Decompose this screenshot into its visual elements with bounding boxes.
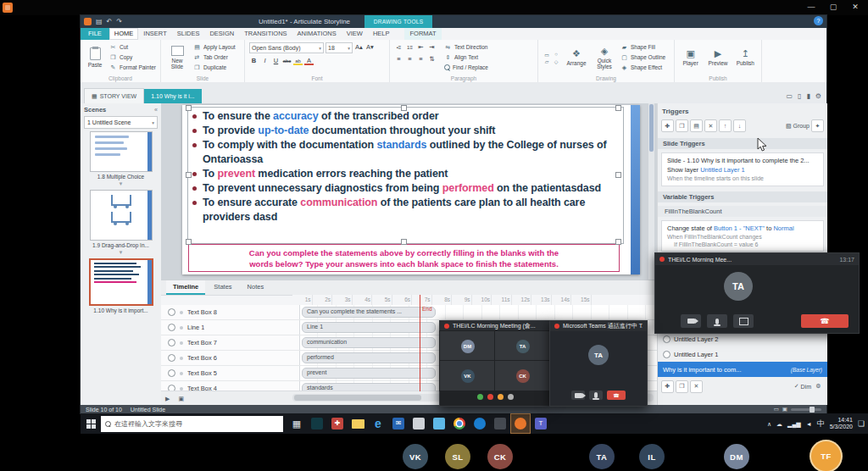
eye-icon[interactable] bbox=[168, 324, 175, 331]
font-family-select[interactable]: Open Sans (Body)▾ bbox=[249, 42, 324, 53]
recorder-app-icon[interactable] bbox=[3, 3, 13, 13]
task-view-icon[interactable]: ▦ bbox=[287, 413, 307, 434]
tab-notes[interactable]: Notes bbox=[241, 280, 271, 295]
selection-handle[interactable] bbox=[401, 239, 407, 245]
align-left-button[interactable]: ≡ bbox=[394, 54, 403, 64]
apply-layout-button[interactable]: ▤Apply Layout bbox=[193, 42, 236, 52]
participant-ck[interactable]: CK bbox=[487, 444, 513, 469]
tab-slides[interactable]: SLIDES bbox=[172, 28, 205, 40]
participant-dm[interactable]: DM bbox=[724, 444, 749, 469]
tab-insert[interactable]: INSERT bbox=[138, 28, 171, 40]
tab-order-button[interactable]: ⇄Tab Order bbox=[193, 53, 236, 62]
gear-icon[interactable]: ⚙ bbox=[815, 92, 821, 100]
trigger-toolbar-button[interactable]: ▤ bbox=[690, 119, 703, 132]
video-tile[interactable]: VK bbox=[440, 361, 495, 391]
trigger-toolbar-button[interactable]: ✚ bbox=[661, 119, 674, 132]
timeline-row[interactable]: Text Box 8 Can you complete the statemen… bbox=[161, 305, 657, 320]
bullet-text-box[interactable]: To ensure the accuracy of the transcribe… bbox=[188, 108, 623, 243]
timeline-bar[interactable]: Can you complete the statements ... bbox=[302, 307, 436, 318]
trigger-card[interactable]: Slide - 1.10 Why is it important to comp… bbox=[661, 152, 824, 186]
stop-button[interactable]: ▣ bbox=[174, 396, 188, 402]
selection-handle[interactable] bbox=[615, 172, 621, 178]
outdent-button[interactable]: ⇤ bbox=[416, 42, 426, 52]
green-dot[interactable] bbox=[477, 394, 483, 400]
network-icon[interactable]: ▂▄▆ bbox=[787, 421, 801, 427]
tab-transitions[interactable]: TRANSITIONS bbox=[239, 28, 292, 40]
edge-icon[interactable]: e bbox=[368, 413, 388, 434]
slide-thumbnail-1-10[interactable] bbox=[89, 258, 153, 306]
participant-ta[interactable]: TA bbox=[589, 444, 615, 469]
publish-button[interactable]: ↥Publish bbox=[734, 42, 757, 73]
shape-fill-button[interactable]: ▰Shape Fill bbox=[620, 42, 665, 52]
eye-icon[interactable] bbox=[663, 351, 670, 358]
zoom-knob[interactable] bbox=[810, 407, 815, 413]
lock-icon[interactable] bbox=[180, 326, 183, 330]
eye-icon[interactable] bbox=[168, 308, 175, 316]
tab-help[interactable]: HELP bbox=[368, 28, 395, 40]
storyline-icon[interactable] bbox=[510, 413, 531, 434]
teams-popout-header[interactable]: THEi/LC Morning Mee... 13:17 bbox=[655, 253, 859, 265]
undo-icon[interactable]: ↶ bbox=[107, 19, 113, 25]
video-tile[interactable]: DM bbox=[440, 331, 495, 361]
align-center-button[interactable]: ≡ bbox=[405, 54, 415, 64]
duplicate-button[interactable]: ❐Duplicate bbox=[193, 63, 236, 72]
teams-icon[interactable]: T bbox=[531, 413, 551, 434]
tab-home[interactable]: HOME bbox=[109, 28, 139, 40]
view-mode-icon[interactable]: ▭ bbox=[774, 406, 779, 413]
participant-tf[interactable]: TF bbox=[811, 441, 841, 471]
scrollbar-thumb[interactable] bbox=[649, 104, 654, 152]
notification-center-icon[interactable]: ❏ bbox=[858, 420, 865, 428]
shrink-font-button[interactable]: A▾ bbox=[365, 42, 375, 52]
tab-story-view[interactable]: ▦ STORY VIEW bbox=[84, 88, 144, 103]
prompt-text-box[interactable]: Can you complete the statements above by… bbox=[188, 244, 620, 272]
text-direction-button[interactable]: ⇋Text Direction bbox=[444, 42, 488, 52]
gear-icon[interactable]: ⚙ bbox=[813, 381, 824, 392]
tablet-icon[interactable]: ▯ bbox=[798, 92, 801, 100]
help-icon[interactable]: ? bbox=[814, 16, 823, 25]
volume-icon[interactable]: ◄ bbox=[806, 421, 812, 427]
align-right-button[interactable]: ≡ bbox=[416, 54, 426, 64]
dim-toggle[interactable]: ✓Dim bbox=[794, 383, 811, 390]
lock-icon[interactable] bbox=[180, 357, 183, 360]
selection-handle[interactable] bbox=[615, 239, 621, 245]
duplicate-layer-button[interactable]: ❐ bbox=[676, 380, 688, 393]
tab-states[interactable]: States bbox=[207, 280, 238, 295]
chrome-icon[interactable] bbox=[449, 413, 470, 434]
underline-button[interactable]: U bbox=[271, 56, 281, 65]
cut-button[interactable]: ✂Cut bbox=[109, 42, 156, 52]
new-layer-button[interactable]: ✚ bbox=[661, 380, 674, 393]
teams-call-header[interactable]: Microsoft Teams 通話進行中 T... bbox=[550, 321, 647, 331]
redo-icon[interactable]: ↷ bbox=[116, 19, 122, 25]
participant-il[interactable]: IL bbox=[639, 444, 665, 469]
align-text-button[interactable]: ⇕Align Text bbox=[444, 53, 488, 62]
base-layer-row[interactable]: Why is it important to com... (Base Laye… bbox=[658, 362, 827, 377]
selection-handle[interactable] bbox=[615, 105, 621, 111]
participant-sl[interactable]: SL bbox=[445, 444, 470, 469]
font-color-button[interactable]: A bbox=[304, 56, 314, 65]
scene-selector[interactable]: 1 Untitled Scene▾ bbox=[84, 116, 158, 129]
trigger-toolbar-button[interactable]: ↑ bbox=[719, 119, 732, 132]
file-explorer-icon[interactable] bbox=[348, 413, 368, 434]
timeline-bar[interactable]: prevent bbox=[302, 368, 436, 379]
onedrive-icon[interactable]: ☁ bbox=[776, 421, 782, 427]
slide[interactable]: To ensure the accuracy of the transcribe… bbox=[182, 105, 640, 274]
format-painter-button[interactable]: ✎Format Painter bbox=[109, 63, 156, 72]
camera-button[interactable] bbox=[571, 391, 585, 400]
yellow-dot[interactable] bbox=[498, 394, 504, 400]
eye-icon[interactable] bbox=[663, 335, 670, 343]
paste-button[interactable]: Paste bbox=[85, 42, 105, 73]
grow-font-button[interactable]: A▴ bbox=[354, 42, 364, 52]
delete-layer-button[interactable]: ✕ bbox=[690, 380, 703, 393]
selection-handle[interactable] bbox=[186, 105, 192, 111]
hang-up-button[interactable]: ☎ bbox=[607, 391, 626, 400]
new-slide-button[interactable]: New Slide bbox=[165, 42, 189, 73]
lock-icon[interactable] bbox=[180, 387, 183, 391]
lock-icon[interactable] bbox=[180, 372, 183, 375]
shape-icon[interactable]: ▱ bbox=[542, 58, 551, 64]
arrange-button[interactable]: ❖ Arrange bbox=[565, 42, 588, 73]
scrollbar-thumb[interactable] bbox=[294, 395, 421, 401]
gray-dot[interactable] bbox=[508, 394, 514, 400]
canvas-scrollbar[interactable] bbox=[648, 103, 654, 280]
font-size-select[interactable]: 18▾ bbox=[326, 42, 353, 53]
play-button[interactable]: ▶ bbox=[161, 396, 174, 402]
